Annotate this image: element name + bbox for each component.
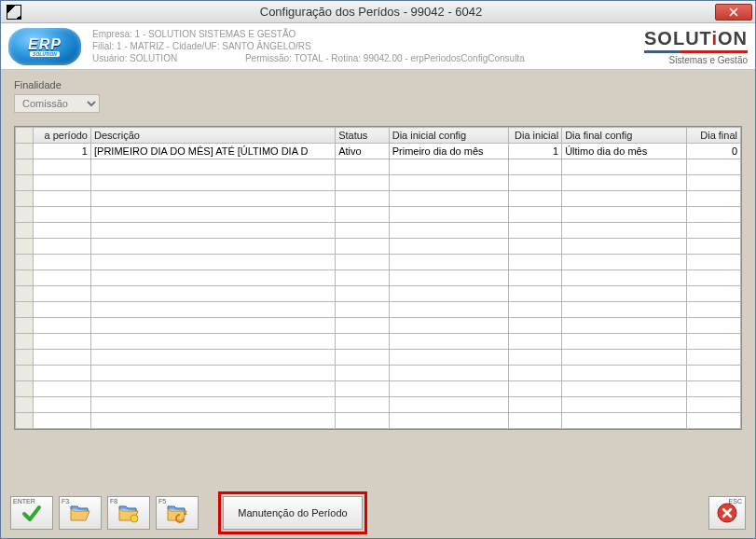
enter-key-label: ENTER xyxy=(13,498,35,504)
table-row-empty[interactable] xyxy=(16,318,741,334)
folder-star-icon xyxy=(117,502,140,524)
erp-logo-text: ERP xyxy=(28,36,62,53)
table-row-empty[interactable] xyxy=(16,397,741,413)
table-row-empty[interactable] xyxy=(16,239,741,255)
table-row-empty[interactable] xyxy=(16,302,741,318)
col-periodo[interactable]: a período xyxy=(34,128,91,144)
header: ERP SOLUTION Empresa: 1 - SOLUTION SISTE… xyxy=(1,23,755,70)
table-row-empty[interactable] xyxy=(16,413,741,429)
col-dia-inicial-config[interactable]: Dia inicial config xyxy=(389,128,508,144)
enter-button[interactable]: ENTER xyxy=(10,496,53,530)
table-row-empty[interactable] xyxy=(16,366,741,381)
close-button[interactable] xyxy=(715,4,752,21)
toolbar: ENTER F3 F8 F5 xyxy=(10,491,746,534)
table-row-empty[interactable] xyxy=(16,350,741,366)
col-status[interactable]: Status xyxy=(336,128,390,144)
header-info: Empresa: 1 - SOLUTION SISTEMAS E GESTÃO … xyxy=(92,28,644,64)
table-row-empty[interactable] xyxy=(16,223,741,239)
brand-sub: Sistemas e Gestão xyxy=(644,54,748,65)
col-selector xyxy=(16,128,34,144)
cell-dia-ini[interactable]: 1 xyxy=(508,144,562,159)
cell-periodo[interactable]: 1 xyxy=(34,144,91,159)
table-row-empty[interactable] xyxy=(16,159,741,175)
table-row-empty[interactable] xyxy=(16,255,741,270)
cell-dia-fin[interactable]: 0 xyxy=(687,144,741,159)
cell-status[interactable]: Ativo xyxy=(336,144,390,159)
table-row[interactable]: 1 [PRIMEIRO DIA DO MÊS] ATÉ [ÚLTIMO DIA … xyxy=(16,144,741,159)
manutencao-periodo-button[interactable]: Manutenção do Período xyxy=(223,496,363,530)
grid-header-row: a período Descrição Status Dia inicial c… xyxy=(16,128,741,144)
col-descricao[interactable]: Descrição xyxy=(90,128,335,144)
check-icon xyxy=(21,502,43,524)
esc-button[interactable]: ESC xyxy=(708,496,746,530)
cell-dia-fin-cfg[interactable]: Último dia do mês xyxy=(562,144,687,159)
filial-label: Filial: 1 - MATRIZ - Cidade/UF: SANTO ÂN… xyxy=(92,40,644,52)
f8-button[interactable]: F8 xyxy=(107,496,150,530)
finalidade-select[interactable]: Comissão xyxy=(14,94,100,113)
col-dia-inicial[interactable]: Dia inicial xyxy=(508,128,562,144)
erp-logo-sub: SOLUTION xyxy=(30,51,60,57)
grid[interactable]: a período Descrição Status Dia inicial c… xyxy=(14,126,742,430)
usuario-label: Usuário: SOLUTION xyxy=(92,53,177,63)
f3-key-label: F3 xyxy=(62,498,69,504)
col-dia-final[interactable]: Dia final xyxy=(687,128,741,144)
col-dia-final-config[interactable]: Dia final config xyxy=(562,128,687,144)
table-row-empty[interactable] xyxy=(16,381,741,397)
window-title: Configuração dos Perídos - 99042 - 6042 xyxy=(27,5,715,19)
svg-point-0 xyxy=(131,515,138,522)
empresa-label: Empresa: 1 - SOLUTION SISTEMAS E GESTÃO xyxy=(92,28,644,40)
table-row-empty[interactable] xyxy=(16,334,741,350)
esc-key-label: ESC xyxy=(729,498,742,504)
close-circle-icon xyxy=(716,502,738,524)
f5-button[interactable]: F5 xyxy=(156,496,199,530)
folder-refresh-icon xyxy=(166,502,188,524)
cell-descricao[interactable]: [PRIMEIRO DIA DO MÊS] ATÉ [ÚLTIMO DIA D xyxy=(90,144,335,159)
f3-button[interactable]: F3 xyxy=(59,496,102,530)
content-area: Finalidade Comissão a período Descrição … xyxy=(1,70,755,539)
table-row-empty[interactable] xyxy=(16,270,741,286)
f8-key-label: F8 xyxy=(110,498,117,504)
f5-key-label: F5 xyxy=(158,498,166,504)
finalidade-label: Finalidade xyxy=(14,79,742,90)
brand-part1: SOLUT xyxy=(644,28,711,48)
solution-logo: SOLUTiON Sistemas e Gestão xyxy=(644,28,748,65)
app-icon xyxy=(7,5,21,20)
table-row-empty[interactable] xyxy=(16,175,741,191)
table-row-empty[interactable] xyxy=(16,191,741,207)
table-row-empty[interactable] xyxy=(16,207,741,223)
row-selector[interactable] xyxy=(16,144,34,159)
cell-dia-ini-cfg[interactable]: Primeiro dia do mês xyxy=(389,144,508,159)
erp-logo: ERP SOLUTION xyxy=(8,28,81,65)
titlebar: Configuração dos Perídos - 99042 - 6042 xyxy=(1,1,755,23)
table-row-empty[interactable] xyxy=(16,286,741,302)
permissao-label: Permissão: TOTAL - Rotina: 99042.00 - er… xyxy=(245,53,525,63)
folder-open-icon xyxy=(69,502,91,524)
brand-part2: ON xyxy=(718,28,748,48)
